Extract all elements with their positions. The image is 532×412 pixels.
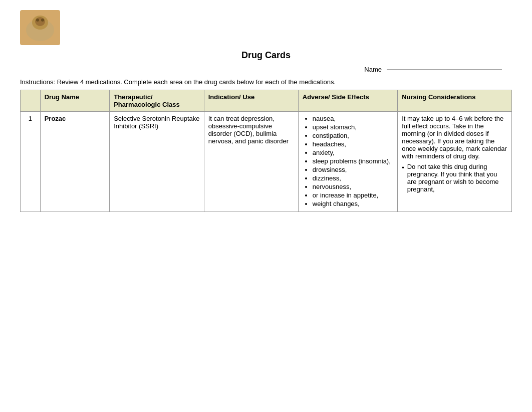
name-row: Name (20, 66, 512, 73)
nursing-main-text: It may take up to 4–6 wk before the full… (402, 115, 507, 160)
drug-indication-cell: It can treat depression, obsessive-compu… (204, 112, 298, 212)
header-num (21, 90, 41, 112)
adverse-effect-item: weight changes, (313, 200, 393, 208)
logo-svg (23, 13, 58, 43)
nursing-bullet-item: •Do not take this drug during pregnancy.… (402, 163, 507, 193)
svg-point-4 (41, 19, 44, 22)
header-indication: Indication/ Use (204, 90, 298, 112)
header-drug-name: Drug Name (40, 90, 110, 112)
header-adverse: Adverse/ Side Effects (298, 90, 397, 112)
logo-image (20, 10, 60, 45)
adverse-effect-item: sleep problems (insomnia), (313, 157, 393, 165)
adverse-effect-item: dizziness, (313, 174, 393, 182)
adverse-effect-item: drowsiness, (313, 166, 393, 173)
page-title-section: Drug Cards (20, 50, 512, 61)
nursing-bullet-text: Do not take this drug during pregnancy. … (407, 163, 507, 193)
drug-table: Drug Name Therapeutic/ Pharmacologic Cla… (20, 90, 512, 212)
page-title: Drug Cards (20, 50, 512, 61)
drug-name-cell: Prozac (40, 112, 110, 212)
drug-class-cell: Selective Serotonin Reuptake Inhibitor (… (110, 112, 204, 212)
table-header-row: Drug Name Therapeutic/ Pharmacologic Cla… (21, 90, 512, 112)
page-container: Drug Cards Name Instructions: Review 4 m… (0, 0, 532, 222)
adverse-effect-item: anxiety, (313, 149, 393, 156)
logo-area (20, 10, 512, 45)
drug-adverse-cell: nausea,upset stomach,constipation,headac… (298, 112, 397, 212)
adverse-effect-item: nervousness, (313, 183, 393, 190)
instructions-text: Instructions: Review 4 medications. Comp… (20, 78, 512, 86)
name-line (387, 69, 502, 70)
svg-point-3 (36, 19, 39, 22)
adverse-effect-item: or increase in appetite, (313, 191, 393, 199)
svg-point-2 (35, 17, 45, 26)
header-class: Therapeutic/ Pharmacologic Class (110, 90, 204, 112)
row-number: 1 (21, 112, 41, 212)
adverse-effect-item: nausea, (313, 115, 393, 122)
adverse-effect-item: constipation, (313, 132, 393, 139)
name-label: Name (364, 66, 382, 73)
nursing-bullet-dot: • (402, 164, 404, 171)
table-row: 1ProzacSelective Serotonin Reuptake Inhi… (21, 112, 512, 212)
nursing-cell: It may take up to 4–6 wk before the full… (398, 112, 512, 212)
adverse-effect-item: headaches, (313, 140, 393, 148)
header-nursing: Nursing Considerations (398, 90, 512, 112)
adverse-effect-item: upset stomach, (313, 123, 393, 131)
